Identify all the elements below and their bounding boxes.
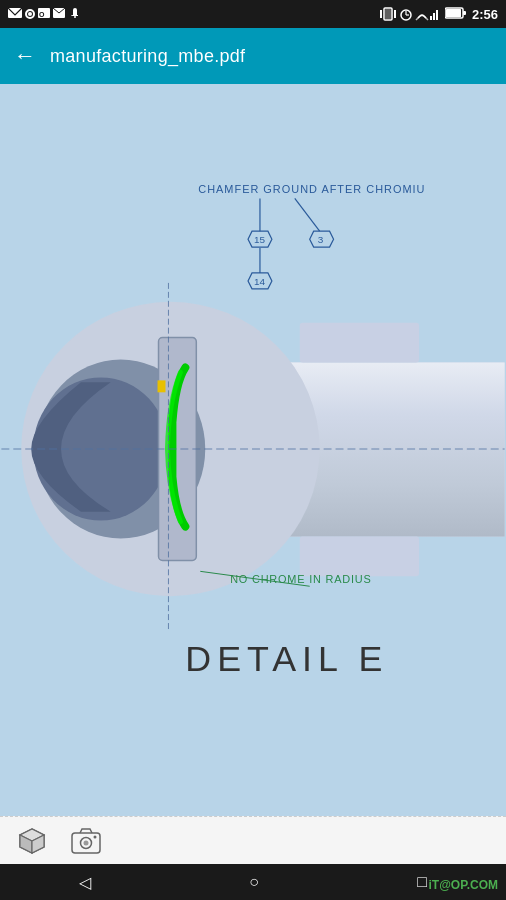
engineering-drawing: CHAMFER GROUND AFTER CHROMIU 15 3 14 [0, 84, 506, 816]
svg-point-2 [28, 12, 32, 16]
bottom-toolbar [0, 816, 506, 864]
svg-rect-18 [446, 9, 461, 17]
svg-rect-19 [463, 11, 466, 15]
svg-rect-9 [385, 9, 391, 19]
svg-rect-38 [300, 323, 419, 363]
svg-text:NO CHROME IN RADIUS: NO CHROME IN RADIUS [230, 573, 372, 585]
svg-text:CHAMFER GROUND AFTER CHROMIU: CHAMFER GROUND AFTER CHROMIU [198, 183, 425, 195]
status-icons: O [8, 6, 78, 22]
svg-rect-16 [436, 10, 438, 20]
back-nav-button[interactable]: ◁ [79, 873, 91, 892]
svg-text:15: 15 [254, 234, 266, 245]
cube-button[interactable] [14, 823, 50, 859]
svg-text:14: 14 [254, 276, 266, 287]
svg-rect-39 [300, 537, 419, 577]
svg-point-6 [74, 16, 76, 18]
svg-point-52 [84, 840, 89, 845]
svg-text:3: 3 [318, 234, 324, 245]
svg-rect-7 [380, 10, 382, 18]
home-nav-button[interactable]: ○ [249, 873, 259, 891]
status-bar: O [0, 0, 506, 28]
svg-text:O: O [39, 11, 45, 18]
camera-button[interactable] [68, 823, 104, 859]
watermark: iT@OP.COM [429, 878, 499, 892]
android-nav-bar: ◁ ○ □ iT@OP.COM [0, 864, 506, 900]
svg-point-53 [94, 835, 97, 838]
status-right: 2:56 [380, 6, 498, 23]
app-title: manufacturing_mbe.pdf [50, 46, 245, 67]
time-display: 2:56 [472, 7, 498, 22]
svg-text:DETAIL  E: DETAIL E [185, 639, 388, 679]
svg-rect-45 [158, 380, 166, 392]
back-button[interactable]: ← [14, 43, 36, 69]
svg-rect-10 [394, 10, 396, 18]
battery-icon [445, 6, 467, 23]
drawing-content: DETAIL E CHAMFER GROUND AFTER CHROMIU 15… [0, 84, 506, 816]
svg-rect-15 [433, 13, 435, 20]
svg-rect-14 [430, 16, 432, 20]
recent-nav-button[interactable]: □ [417, 873, 427, 891]
app-bar: ← manufacturing_mbe.pdf [0, 28, 506, 84]
